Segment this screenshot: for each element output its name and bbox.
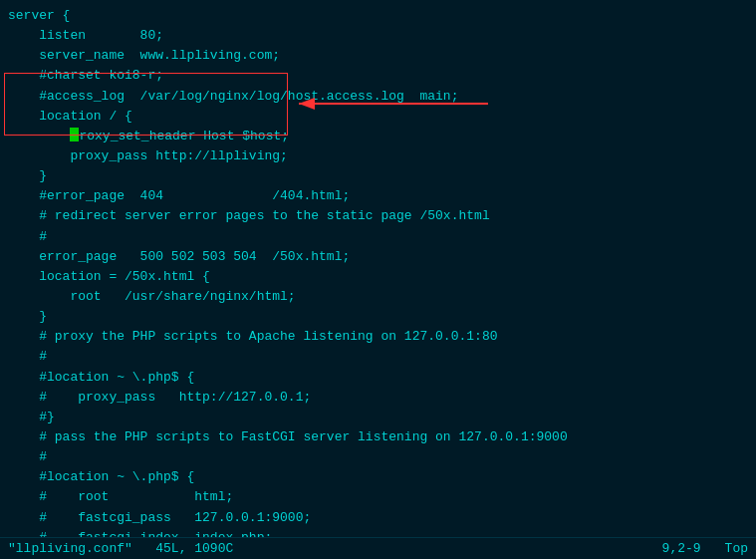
code-line: server {: [8, 6, 748, 26]
code-line: #access_log /var/log/nginx/log/host.acce…: [8, 87, 748, 107]
cursor-position: 9,2-9: [662, 541, 701, 556]
text-cursor: [70, 128, 79, 141]
code-line: #location ~ \.php$ {: [8, 467, 748, 487]
status-bar: "llpliving.conf" 45L, 1090C 9,2-9 Top: [0, 537, 756, 559]
code-line: #: [8, 347, 748, 367]
status-right: 9,2-9 Top: [662, 541, 748, 556]
code-line: #: [8, 447, 748, 467]
code-line: # pass the PHP scripts to FastCGI server…: [8, 427, 748, 447]
code-line: roxy_set_header Host $host;: [8, 127, 748, 146]
code-line: # root html;: [8, 487, 748, 507]
code-line: #location ~ \.php$ {: [8, 368, 748, 388]
code-editor[interactable]: server { listen 80; server_name www.llpl…: [0, 0, 756, 538]
status-filename: "llpliving.conf" 45L, 1090C: [8, 541, 662, 556]
code-line: # proxy_pass http://127.0.0.1;: [8, 388, 748, 408]
code-line: proxy_pass http://llpliving;: [8, 146, 748, 166]
code-line: # redirect server error pages to the sta…: [8, 206, 748, 226]
code-line: #: [8, 227, 748, 247]
code-line: # fastcgi_pass 127.0.0.1:9000;: [8, 508, 748, 528]
scroll-position: Top: [725, 541, 748, 556]
code-line: listen 80;: [8, 26, 748, 46]
filename-label: "llpliving.conf": [8, 541, 132, 556]
code-line: }: [8, 307, 748, 327]
code-line: server_name www.llpliving.com;: [8, 46, 748, 66]
code-line: #}: [8, 408, 748, 427]
code-line: #charset koi8-r;: [8, 66, 748, 86]
code-line: }: [8, 166, 748, 186]
code-line: #error_page 404 /404.html;: [8, 186, 748, 206]
code-line: root /usr/share/nginx/html;: [8, 287, 748, 307]
file-info-label: 45L, 1090C: [155, 541, 233, 556]
code-line: error_page 500 502 503 504 /50x.html;: [8, 247, 748, 267]
code-line: location = /50x.html {: [8, 267, 748, 287]
code-line: # proxy the PHP scripts to Apache listen…: [8, 327, 748, 347]
code-line: location / {: [8, 107, 748, 127]
